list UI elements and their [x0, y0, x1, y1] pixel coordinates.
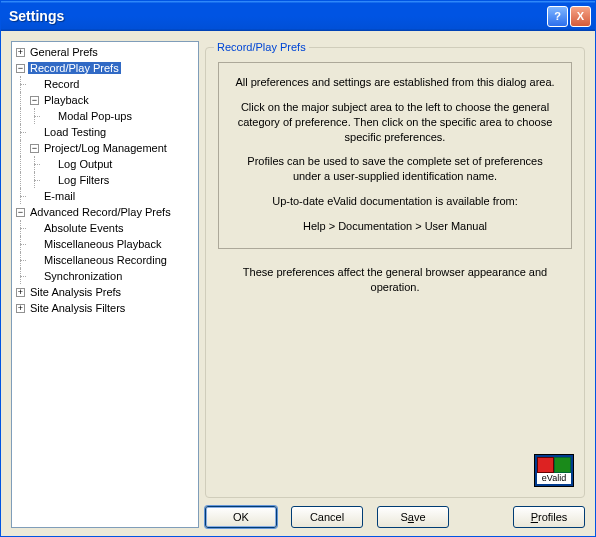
profiles-button[interactable]: Profiles	[513, 506, 585, 528]
tree-branch-icon	[14, 236, 28, 252]
right-pane: Record/Play Prefs All preferences and se…	[205, 41, 585, 528]
tree-branch-icon	[14, 140, 28, 156]
tree-branch-icon	[14, 156, 28, 172]
evalid-logo: eValid	[534, 454, 574, 487]
tree-item-project-log[interactable]: − Project/Log Management	[12, 140, 198, 156]
tree-label: Load Testing	[42, 126, 108, 138]
logo-text: eValid	[537, 473, 571, 484]
tree-item-adv-record-play[interactable]: − Advanced Record/Play Prefs	[12, 204, 198, 220]
tree-item-misc-recording[interactable]: Miscellaneous Recording	[12, 252, 198, 268]
tree-item-general-prefs[interactable]: + General Prefs	[12, 44, 198, 60]
tree-label: Site Analysis Filters	[28, 302, 127, 314]
button-label: Save	[400, 511, 425, 523]
tree-branch-icon	[14, 188, 28, 204]
close-icon: X	[577, 10, 584, 22]
save-button[interactable]: Save	[377, 506, 449, 528]
help-button[interactable]: ?	[547, 6, 568, 27]
tree-item-absolute-events[interactable]: Absolute Events	[12, 220, 198, 236]
red-square-icon	[537, 457, 554, 473]
tree-label: Miscellaneous Recording	[42, 254, 169, 266]
tree-item-record-play-prefs[interactable]: − Record/Play Prefs	[12, 60, 198, 76]
tree-branch-icon	[14, 268, 28, 284]
titlebar: Settings ? X	[1, 1, 595, 31]
tree-branch-icon	[28, 108, 42, 124]
collapse-icon[interactable]: −	[30, 96, 39, 105]
collapse-icon[interactable]: −	[16, 208, 25, 217]
tree-item-log-output[interactable]: Log Output	[12, 156, 198, 172]
tree-item-site-analysis-prefs[interactable]: + Site Analysis Prefs	[12, 284, 198, 300]
info-text: Up-to-date eValid documentation is avail…	[233, 194, 557, 209]
cancel-button[interactable]: Cancel	[291, 506, 363, 528]
collapse-icon[interactable]: −	[16, 64, 25, 73]
tree-branch-icon	[14, 76, 28, 92]
tree-label: Synchronization	[42, 270, 124, 282]
tree-item-log-filters[interactable]: Log Filters	[12, 172, 198, 188]
info-text: Click on the major subject area to the l…	[233, 100, 557, 145]
tree-label: Record/Play Prefs	[28, 62, 121, 74]
outer-description: These preferences affect the general bro…	[226, 265, 564, 295]
tree-branch-icon	[28, 172, 42, 188]
tree-item-modal-popups[interactable]: Modal Pop-ups	[12, 108, 198, 124]
tree-branch-icon	[14, 92, 28, 108]
content-area: + General Prefs − Record/Play Prefs	[1, 31, 595, 536]
expand-icon[interactable]: +	[16, 48, 25, 57]
tree-label: E-mail	[42, 190, 77, 202]
button-label: Profiles	[531, 511, 568, 523]
info-text: Profiles can be used to save the complet…	[233, 154, 557, 184]
category-tree[interactable]: + General Prefs − Record/Play Prefs	[11, 41, 199, 528]
tree-item-site-analysis-filters[interactable]: + Site Analysis Filters	[12, 300, 198, 316]
tree-branch-icon	[14, 172, 28, 188]
tree-branch-icon	[14, 220, 28, 236]
tree-label: Playback	[42, 94, 91, 106]
tree-label: Log Output	[56, 158, 114, 170]
close-button[interactable]: X	[570, 6, 591, 27]
tree-item-email[interactable]: E-mail	[12, 188, 198, 204]
tree-item-load-testing[interactable]: Load Testing	[12, 124, 198, 140]
info-box: All preferences and settings are establi…	[218, 62, 572, 249]
tree-item-synchronization[interactable]: Synchronization	[12, 268, 198, 284]
tree-label: Record	[42, 78, 81, 90]
tree-item-misc-playback[interactable]: Miscellaneous Playback	[12, 236, 198, 252]
tree-item-record[interactable]: Record	[12, 76, 198, 92]
tree-root: + General Prefs − Record/Play Prefs	[12, 44, 198, 316]
button-row: OK Cancel Save Profiles	[205, 498, 585, 528]
tree-item-playback[interactable]: − Playback	[12, 92, 198, 108]
collapse-icon[interactable]: −	[30, 144, 39, 153]
fieldset-legend: Record/Play Prefs	[214, 41, 309, 53]
green-square-icon	[554, 457, 571, 473]
settings-dialog: Settings ? X + General Prefs −	[0, 0, 596, 537]
ok-button[interactable]: OK	[205, 506, 277, 528]
info-text: Help > Documentation > User Manual	[233, 219, 557, 234]
tree-label: Modal Pop-ups	[56, 110, 134, 122]
button-label: Cancel	[310, 511, 344, 523]
tree-label: Advanced Record/Play Prefs	[28, 206, 173, 218]
tree-branch-icon	[14, 252, 28, 268]
button-label: OK	[233, 511, 249, 523]
tree-branch-icon	[14, 124, 28, 140]
logo-squares	[537, 457, 571, 473]
tree-label: Site Analysis Prefs	[28, 286, 123, 298]
tree-branch-icon	[28, 156, 42, 172]
info-text: All preferences and settings are establi…	[233, 75, 557, 90]
prefs-fieldset: Record/Play Prefs All preferences and se…	[205, 47, 585, 498]
titlebar-buttons: ? X	[547, 6, 591, 27]
expand-icon[interactable]: +	[16, 288, 25, 297]
tree-branch-icon	[14, 108, 28, 124]
tree-label: General Prefs	[28, 46, 100, 58]
tree-label: Miscellaneous Playback	[42, 238, 163, 250]
help-icon: ?	[554, 10, 561, 22]
tree-label: Project/Log Management	[42, 142, 169, 154]
expand-icon[interactable]: +	[16, 304, 25, 313]
window-title: Settings	[9, 8, 547, 24]
tree-label: Log Filters	[56, 174, 111, 186]
tree-label: Absolute Events	[42, 222, 126, 234]
